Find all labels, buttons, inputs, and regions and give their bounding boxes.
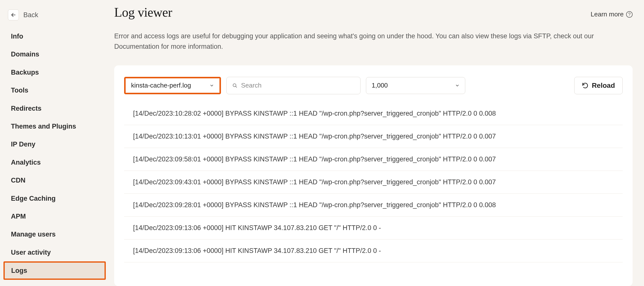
search-icon (232, 83, 238, 88)
log-row: [14/Dec/2023:09:13:06 +0000] HIT KINSTAW… (124, 217, 623, 239)
sidebar-item-label: Redirects (11, 105, 42, 112)
sidebar-item-info[interactable]: Info (4, 27, 106, 45)
log-panel: kinsta-cache-perf.log 1,000 (114, 65, 632, 286)
reload-label: Reload (592, 82, 615, 89)
page-title: Log viewer (114, 5, 172, 20)
sidebar-item-apm[interactable]: APM (4, 207, 106, 225)
log-list: [14/Dec/2023:10:28:02 +0000] BYPASS KINS… (124, 104, 623, 262)
sidebar-item-label: Analytics (11, 159, 41, 166)
sidebar-item-analytics[interactable]: Analytics (4, 154, 106, 171)
sidebar-item-user-activity[interactable]: User activity (4, 243, 106, 261)
log-row: [14/Dec/2023:09:58:01 +0000] BYPASS KINS… (124, 148, 623, 171)
sidebar-item-label: Manage users (11, 231, 56, 238)
header-row: Log viewer Learn more ? (114, 5, 632, 20)
log-row: [14/Dec/2023:09:13:06 +0000] HIT KINSTAW… (124, 239, 623, 262)
log-file-select[interactable]: kinsta-cache-perf.log (126, 78, 220, 93)
arrow-left-icon (11, 12, 16, 18)
sidebar-item-themes-and-plugins[interactable]: Themes and Plugins (4, 117, 106, 135)
svg-line-2 (236, 86, 236, 87)
log-file-select-value: kinsta-cache-perf.log (131, 82, 191, 89)
search-box[interactable] (226, 77, 360, 94)
sidebar-item-tools[interactable]: Tools (4, 81, 106, 99)
log-row: [14/Dec/2023:10:13:01 +0000] BYPASS KINS… (124, 125, 623, 148)
sidebar-item-label: IP Deny (11, 140, 36, 148)
line-count-value: 1,000 (372, 82, 388, 89)
help-icon: ? (626, 11, 632, 18)
sidebar-item-label: Logs (11, 267, 27, 274)
sidebar: Back InfoDomainsBackupsToolsRedirectsThe… (0, 0, 109, 286)
sidebar-item-label: User activity (11, 249, 51, 256)
sidebar-item-ip-deny[interactable]: IP Deny (4, 135, 106, 153)
sidebar-item-domains[interactable]: Domains (4, 45, 106, 63)
reload-button[interactable]: Reload (574, 77, 623, 94)
sidebar-item-backups[interactable]: Backups (4, 63, 106, 81)
sidebar-item-label: APM (11, 213, 26, 220)
chevron-down-icon (455, 83, 460, 88)
back-label[interactable]: Back (23, 11, 38, 19)
log-row: [14/Dec/2023:09:28:01 +0000] BYPASS KINS… (124, 194, 623, 217)
back-button[interactable] (8, 10, 19, 20)
sidebar-item-manage-users[interactable]: Manage users (4, 225, 106, 243)
sidebar-item-label: CDN (11, 177, 26, 184)
controls-row: kinsta-cache-perf.log 1,000 (124, 77, 623, 94)
sidebar-item-label: Info (11, 33, 23, 40)
log-row: [14/Dec/2023:09:43:01 +0000] BYPASS KINS… (124, 171, 623, 194)
back-row: Back (4, 8, 106, 27)
page-description: Error and access logs are useful for deb… (114, 31, 623, 52)
chevron-down-icon (210, 83, 214, 88)
reload-icon (582, 82, 588, 89)
sidebar-item-label: Tools (11, 87, 28, 94)
learn-more-label: Learn more (590, 11, 624, 18)
sidebar-item-logs[interactable]: Logs (4, 261, 106, 280)
learn-more-link[interactable]: Learn more ? (590, 11, 632, 18)
sidebar-item-redirects[interactable]: Redirects (4, 99, 106, 117)
sidebar-item-label: Backups (11, 69, 39, 76)
sidebar-item-label: Domains (11, 51, 39, 58)
log-row: [14/Dec/2023:10:28:02 +0000] BYPASS KINS… (124, 104, 623, 125)
log-file-select-highlight: kinsta-cache-perf.log (124, 77, 221, 94)
line-count-select[interactable]: 1,000 (366, 77, 465, 94)
search-input[interactable] (241, 82, 355, 89)
main-content: Log viewer Learn more ? Error and access… (109, 0, 644, 286)
sidebar-nav: InfoDomainsBackupsToolsRedirectsThemes a… (4, 27, 106, 280)
sidebar-item-label: Edge Caching (11, 195, 56, 202)
sidebar-item-label: Themes and Plugins (11, 123, 76, 130)
sidebar-item-cdn[interactable]: CDN (4, 171, 106, 189)
sidebar-item-edge-caching[interactable]: Edge Caching (4, 190, 106, 207)
